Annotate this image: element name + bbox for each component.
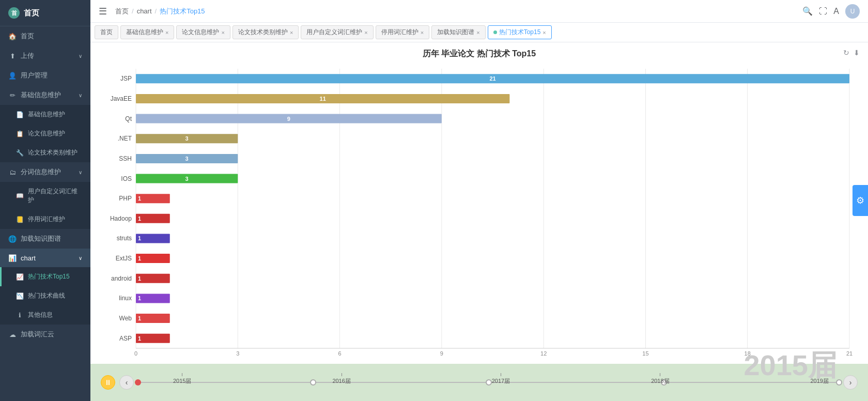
sidebar-label-query-info: 分词信息维护 — [21, 167, 61, 177]
svg-text:.NET: .NET — [118, 135, 132, 142]
sidebar-item-basic-info[interactable]: ✏ 基础信息维护 ∨ — [0, 85, 90, 105]
svg-text:12: 12 — [540, 350, 547, 357]
sidebar-label-user-dict: 用户自定义词汇维护 — [28, 187, 82, 205]
timeline-area: ⏸ ‹ 2015届 — [90, 364, 868, 401]
timeline-pause-btn[interactable]: ⏸ — [101, 375, 115, 390]
svg-text:6: 6 — [338, 350, 342, 357]
svg-text:1: 1 — [138, 275, 141, 282]
tab-paper-tech-close[interactable]: × — [290, 29, 293, 36]
sidebar-item-home[interactable]: 🏠 首页 — [0, 26, 90, 46]
svg-text:1: 1 — [138, 235, 141, 241]
timeline-label-2016: 2016届 — [332, 373, 350, 385]
svg-text:21: 21 — [846, 350, 853, 357]
svg-text:3: 3 — [185, 135, 189, 142]
sidebar-item-basic-info-sub[interactable]: 📄 基础信息维护 — [0, 105, 90, 124]
svg-text:1: 1 — [138, 195, 141, 202]
sidebar-item-upload[interactable]: ⬆ 上传 ∨ — [0, 46, 90, 66]
sidebar-item-paper-tech[interactable]: 🔧 论文技术类别维护 — [0, 143, 90, 162]
timeline-label-2017: 2017届 — [492, 373, 510, 385]
font-size-icon[interactable]: A — [833, 7, 839, 16]
timeline-next-btn[interactable]: › — [843, 375, 858, 390]
timeline-prev-btn[interactable]: ‹ — [119, 375, 134, 390]
info-icon: ℹ — [16, 311, 24, 319]
sidebar-label-basic-sub: 基础信息维护 — [28, 110, 65, 119]
sidebar-item-stop-words[interactable]: 📒 停用词汇维护 — [0, 210, 90, 229]
tab-hot-top15[interactable]: 热门技术Top15 × — [488, 25, 552, 39]
tab-hot-top15-close[interactable]: × — [542, 29, 546, 36]
tab-home[interactable]: 首页 — [95, 25, 118, 39]
tab-basic-info[interactable]: 基础信息维护 × — [120, 25, 174, 39]
edit-icon: ✏ — [8, 91, 17, 99]
timeline-slider[interactable]: 2015届 2016届 2017届 2018届 — [138, 375, 839, 390]
settings-icon: ⚙ — [856, 195, 864, 206]
float-settings-btn[interactable]: ⚙ — [853, 185, 868, 216]
search-icon[interactable]: 🔍 — [802, 6, 813, 16]
tab-basic-info-close[interactable]: × — [165, 29, 168, 36]
user-icon: 👤 — [8, 71, 17, 80]
breadcrumb-chart: chart — [137, 7, 152, 15]
tab-knowledge-close[interactable]: × — [476, 29, 479, 36]
breadcrumb-sep2: / — [155, 7, 157, 15]
tab-user-dict-close[interactable]: × — [364, 29, 367, 36]
label-text-2018: 2018届 — [651, 377, 669, 385]
label-text-2016: 2016届 — [332, 377, 350, 385]
svg-text:Web: Web — [119, 315, 132, 322]
tab-stop-words-close[interactable]: × — [421, 29, 424, 36]
sidebar-item-wordcloud[interactable]: ☁ 加载词汇云 — [0, 325, 90, 344]
tab-stop-words[interactable]: 停用词汇维护 × — [376, 25, 429, 39]
slider-dot-current[interactable] — [135, 379, 141, 385]
sidebar-item-knowledge[interactable]: 🌐 加载知识图谱 — [0, 229, 90, 249]
avatar[interactable]: U — [845, 4, 860, 19]
sidebar-item-user-mgmt[interactable]: 👤 用户管理 — [0, 66, 90, 85]
svg-text:JSP: JSP — [120, 75, 132, 82]
sidebar-label-home: 首页 — [21, 32, 34, 41]
tab-home-label: 首页 — [100, 28, 113, 37]
home-icon: 🏠 — [8, 32, 17, 40]
tab-paper-tech-label: 论文技术类别维护 — [238, 28, 288, 37]
svg-text:android: android — [111, 275, 132, 282]
sidebar-sub-basic-info: 📄 基础信息维护 📋 论文信息维护 🔧 论文技术类别维护 — [0, 105, 90, 162]
fullscreen-icon[interactable]: ⛶ — [819, 7, 827, 16]
svg-text:PHP: PHP — [119, 195, 132, 202]
svg-text:9: 9 — [440, 350, 443, 357]
sidebar-item-hot-top15[interactable]: 📈 热门技术Top15 — [0, 267, 90, 286]
label-line-2018 — [660, 373, 660, 376]
sidebar-item-paper-info[interactable]: 📋 论文信息维护 — [0, 124, 90, 143]
chart-up-icon: 📈 — [16, 273, 24, 281]
svg-text:JavaEE: JavaEE — [111, 95, 132, 102]
tab-stop-words-label: 停用词汇维护 — [381, 28, 419, 37]
slider-dot-2019[interactable] — [836, 379, 842, 385]
tab-dot-hot-top15 — [493, 30, 497, 34]
sidebar-header: 首 首页 — [0, 0, 90, 26]
tab-paper-info[interactable]: 论文信息维护 × — [176, 25, 230, 39]
tab-knowledge[interactable]: 加载知识图谱 × — [431, 25, 485, 39]
chart-container: 历年 毕业论文 热门技术 Top15 ↻ ⬇ 036912151821JSP21… — [90, 42, 868, 364]
chart-actions: ↻ ⬇ — [843, 49, 860, 57]
chart-refresh-icon[interactable]: ↻ — [843, 49, 849, 57]
sidebar-item-hot-curve[interactable]: 📉 热门技术曲线 — [0, 286, 90, 305]
breadcrumb-sep1: / — [132, 7, 134, 15]
sidebar-item-user-dict[interactable]: 📖 用户自定义词汇维护 — [0, 182, 90, 210]
sidebar-item-query-info[interactable]: 🗂 分词信息维护 ∨ — [0, 162, 90, 182]
chart-title: 历年 毕业论文 热门技术 Top15 — [99, 49, 860, 59]
sidebar-item-chart[interactable]: 📊 chart ∨ — [0, 249, 90, 267]
svg-text:3: 3 — [185, 156, 189, 162]
menu-toggle-icon[interactable]: ☰ — [99, 6, 107, 17]
tab-hot-top15-label: 热门技术Top15 — [499, 28, 541, 37]
sidebar-item-other-info[interactable]: ℹ 其他信息 — [0, 305, 90, 325]
tab-paper-info-close[interactable]: × — [221, 29, 224, 36]
tab-user-dict[interactable]: 用户自定义词汇维护 × — [301, 25, 373, 39]
svg-text:struts: struts — [117, 235, 132, 242]
svg-text:ExtJS: ExtJS — [116, 255, 132, 262]
content-area: 历年 毕业论文 热门技术 Top15 ↻ ⬇ 036912151821JSP21… — [90, 42, 868, 401]
stop-icon: 📒 — [16, 215, 24, 224]
tab-paper-tech[interactable]: 论文技术类别维护 × — [233, 25, 299, 39]
chart-download-icon[interactable]: ⬇ — [854, 49, 860, 57]
sidebar-label-paper-info: 论文信息维护 — [28, 129, 65, 138]
paper-icon: 📋 — [16, 130, 24, 138]
timeline-label-2015: 2015届 — [173, 373, 191, 385]
svg-text:1: 1 — [138, 335, 141, 342]
svg-text:3: 3 — [185, 176, 189, 182]
sidebar-sub-chart: 📈 热门技术Top15 📉 热门技术曲线 ℹ 其他信息 — [0, 267, 90, 325]
chevron-basic-info: ∨ — [79, 92, 82, 98]
